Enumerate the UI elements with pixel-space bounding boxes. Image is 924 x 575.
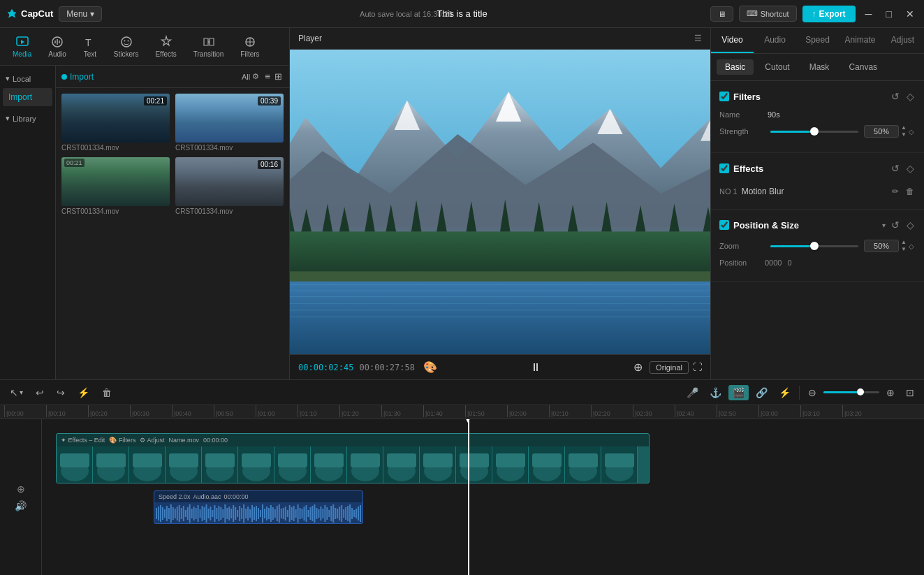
chevron-down-icon: ▾ [90, 9, 94, 19]
app-name: CapCut [21, 8, 53, 19]
tab-adjust[interactable]: Adjust [881, 28, 924, 53]
tool-media[interactable]: Media [6, 32, 38, 61]
list-item[interactable]: 00:21 CRST001334.mov [61, 157, 170, 215]
strength-input[interactable] [864, 125, 899, 138]
player-menu-icon[interactable]: ☰ [694, 34, 702, 43]
subtab-basic[interactable]: Basic [717, 59, 754, 75]
tab-video[interactable]: Video [711, 28, 754, 53]
focus-button[interactable]: ⊕ [631, 358, 645, 377]
tab-animate[interactable]: Animate [839, 28, 881, 53]
grid-view-button[interactable]: ⊞ [273, 70, 284, 83]
close-button[interactable]: ✕ [902, 7, 918, 21]
tool-effects[interactable]: Effects [148, 32, 183, 61]
svg-rect-119 [318, 509, 319, 518]
strength-up-button[interactable]: ▲ [900, 124, 907, 131]
effect-edit-button[interactable]: ✏ [890, 185, 900, 198]
redo-button[interactable]: ↪ [52, 385, 69, 400]
list-item[interactable]: 00:21 CRST001334.mov [61, 94, 170, 152]
subtab-canvas[interactable]: Canvas [840, 59, 886, 75]
strength-slider[interactable] [770, 124, 858, 138]
svg-rect-130 [341, 505, 342, 522]
tool-text[interactable]: T Text [76, 32, 104, 61]
zoom-out-button[interactable]: ⊖ [804, 385, 821, 400]
effects-reset-button[interactable]: ↺ [890, 161, 901, 175]
audio-track-button[interactable]: 🔊 [15, 500, 27, 511]
split2-button[interactable]: ⚡ [775, 385, 795, 400]
clip-thumb [347, 446, 383, 483]
effects-diamond-button[interactable]: ◇ [905, 161, 916, 175]
project-title: This is a title [437, 8, 487, 19]
audio-track[interactable]: Speed 2.0x Audio.aac 00:00:00 [154, 490, 363, 524]
tool-stickers[interactable]: Stickers [107, 32, 146, 61]
list-item[interactable]: 00:39 CRST001334.mov [175, 94, 284, 152]
effect-delete-button[interactable]: 🗑 [904, 185, 916, 198]
link-button[interactable]: ⚓ [705, 385, 726, 400]
strength-down-button[interactable]: ▼ [900, 131, 907, 138]
device-button[interactable]: 🖥 [710, 6, 733, 22]
effects-checkbox[interactable] [719, 163, 729, 173]
position-collapse[interactable]: ▾ [882, 221, 886, 229]
player-controls-bar: 00:00:02:45 00:00:27:58 🎨 ⏸ ⊕ Original ⛶ [290, 354, 710, 379]
list-item[interactable]: 00:16 CRST001334.mov [175, 157, 284, 215]
zoom-slider[interactable] [770, 239, 858, 253]
tab-speed[interactable]: Speed [796, 28, 839, 53]
microphone-button[interactable]: 🎤 [682, 385, 703, 400]
svg-rect-86 [249, 509, 251, 518]
position-reset-button[interactable]: ↺ [890, 218, 901, 232]
sidebar-item-import[interactable]: Import [3, 88, 52, 106]
clip-thumb [529, 446, 565, 483]
delete-button[interactable]: 🗑 [98, 385, 116, 400]
thumbnail-duration: 00:21 [144, 96, 167, 105]
svg-rect-69 [214, 505, 215, 522]
zoom-down-button[interactable]: ▼ [900, 246, 907, 253]
separator [799, 386, 800, 400]
tool-transition[interactable]: Transition [186, 32, 231, 61]
all-filter-button[interactable]: All ⚙ [242, 72, 259, 81]
add-track-button[interactable]: ⊕ [17, 483, 25, 495]
tool-filters[interactable]: Filters [233, 32, 266, 61]
film-button[interactable]: 🎬 [728, 385, 749, 400]
maximize-button[interactable]: □ [882, 7, 896, 21]
filters-reset-button[interactable]: ↺ [890, 89, 901, 103]
video-clip[interactable]: ✦ Effects – Edit 🎨 Filters ⚙ Adjust Name… [56, 433, 650, 483]
shortcut-button[interactable]: ⌨ Shortcut [739, 6, 797, 22]
ruler-mark: |00:40 [172, 405, 214, 417]
svg-rect-102 [283, 508, 284, 519]
undo-button[interactable]: ↩ [31, 385, 48, 400]
split-button[interactable]: ⚡ [73, 385, 94, 400]
zoom-diamond-button[interactable]: ◇ [907, 241, 916, 252]
position-checkbox[interactable] [719, 220, 729, 230]
zoom-in-button[interactable]: ⊕ [882, 385, 899, 400]
list-view-button[interactable]: ≡ [263, 70, 272, 83]
subtab-cutout[interactable]: Cutout [756, 59, 798, 75]
aspect-ratio-button[interactable]: Original [650, 361, 689, 374]
filters-checkbox[interactable] [719, 92, 729, 101]
play-pause-button[interactable]: ⏸ [527, 358, 544, 377]
trash-icon: 🗑 [102, 387, 112, 398]
fit-button[interactable]: ⊡ [902, 385, 918, 400]
subtab-mask[interactable]: Mask [801, 59, 838, 75]
chain-button[interactable]: 🔗 [751, 385, 772, 400]
chevron-icon: ▾ [6, 74, 10, 83]
svg-rect-120 [320, 507, 321, 521]
right-tabs: Video Audio Speed Animate Adjust [711, 28, 924, 54]
color-picker-button[interactable]: 🎨 [420, 358, 440, 377]
position-title: Position & Size [733, 220, 878, 231]
strength-diamond-button[interactable]: ◇ [907, 126, 916, 137]
position-diamond-button[interactable]: ◇ [905, 218, 916, 232]
fullscreen-button[interactable]: ⛶ [693, 362, 702, 372]
select-tool-button[interactable]: ↖ ▾ [6, 385, 27, 400]
tab-audio[interactable]: Audio [754, 28, 796, 53]
filters-diamond-button[interactable]: ◇ [905, 89, 916, 103]
local-section-header[interactable]: ▾ Local [0, 71, 55, 86]
import-button[interactable]: Import [61, 72, 94, 82]
film-icon: 🎬 [733, 387, 745, 398]
timeline-zoom-slider[interactable] [823, 386, 879, 400]
zoom-input[interactable] [864, 240, 899, 252]
minimize-button[interactable]: ─ [861, 7, 877, 21]
export-button[interactable]: ↑ Export [802, 6, 856, 22]
menu-button[interactable]: Menu ▾ [59, 6, 102, 22]
library-section-header[interactable]: ▾ Library [0, 111, 55, 126]
tool-audio[interactable]: Audio [41, 32, 73, 61]
zoom-up-button[interactable]: ▲ [900, 239, 907, 246]
